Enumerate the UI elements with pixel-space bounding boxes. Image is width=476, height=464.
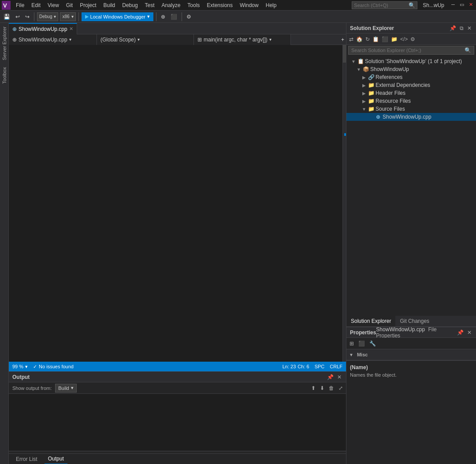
platform-dropdown[interactable]: x86 ▾ xyxy=(60,12,75,21)
breakpoints-button[interactable]: ⬛ xyxy=(169,13,179,21)
menu-view[interactable]: View xyxy=(44,1,63,9)
git-changes-bottom-tab[interactable]: Git Changes xyxy=(395,316,434,326)
platform-arrow: ▾ xyxy=(71,14,74,19)
solution-explorer-bottom-tab[interactable]: Solution Explorer xyxy=(346,316,395,326)
encoding-label[interactable]: SPC xyxy=(315,364,325,369)
showwindowup-cpp-node[interactable]: ⊕ ShowWindowUp.cpp xyxy=(346,113,476,121)
props-pin-btn[interactable]: 📌 xyxy=(456,329,465,336)
se-filter-btn[interactable]: ⬛ xyxy=(381,36,389,42)
settings-button[interactable]: ⚙ xyxy=(185,13,193,21)
menu-git[interactable]: Git xyxy=(63,1,76,9)
props-grid-btn[interactable]: ⊞ xyxy=(348,340,355,348)
menu-analyze[interactable]: Analyze xyxy=(158,1,184,9)
refs-icon: 🔗 xyxy=(368,74,375,80)
se-props-btn[interactable]: 📋 xyxy=(372,36,380,42)
cpp-file-label: ShowWindowUp.cpp xyxy=(383,114,431,120)
project-icon: 📦 xyxy=(362,66,369,72)
se-tree: ▼ 📋 Solution 'ShowWindowUp' (1 of 1 proj… xyxy=(346,56,476,316)
zoom-level[interactable]: 99 % ▾ xyxy=(12,364,28,370)
se-search-input[interactable] xyxy=(351,48,463,53)
props-wrench-btn[interactable]: 🔧 xyxy=(368,340,377,348)
props-close-btn[interactable]: ✕ xyxy=(466,329,472,336)
source-expand-icon[interactable]: ▼ xyxy=(361,107,367,112)
scope-nav-dropdown[interactable]: (Global Scope) ▾ xyxy=(97,34,194,45)
menu-help[interactable]: Help xyxy=(262,1,280,9)
output-source-dropdown[interactable]: Build ▾ xyxy=(55,384,76,393)
menu-edit[interactable]: Edit xyxy=(28,1,44,9)
resource-files-node[interactable]: ▶ 📁 Resource Files xyxy=(346,97,476,105)
se-close-btn[interactable]: ✕ xyxy=(466,25,472,31)
menu-debug[interactable]: Debug xyxy=(119,1,141,9)
search-box: 🔍 xyxy=(352,1,417,9)
status-bar: 99 % ▾ ✓ No issues found Ln: 23 Ch: 6 SP… xyxy=(9,362,346,371)
output-action1[interactable]: ⬆ xyxy=(310,384,317,392)
error-list-tab[interactable]: Error List xyxy=(12,454,41,464)
function-nav-dropdown[interactable]: ⊞ main(int argc, char * argv[]) ▾ xyxy=(194,34,291,45)
se-sync-btn[interactable]: ⇄ xyxy=(348,36,354,42)
project-node[interactable]: ▼ 📦 ShowWindowUp xyxy=(346,65,476,73)
search-input[interactable] xyxy=(354,3,407,8)
se-settings-btn[interactable]: ⚙ xyxy=(409,36,416,42)
output-bottom-tab[interactable]: Output xyxy=(45,454,67,464)
redo-button[interactable]: ↪ xyxy=(23,13,31,21)
ext-deps-expand-icon[interactable]: ▶ xyxy=(361,83,367,88)
output-action2[interactable]: ⬇ xyxy=(319,384,326,392)
misc-section-title: Misc xyxy=(355,351,369,358)
run-button[interactable]: ▶ Local Windows Debugger ▾ xyxy=(82,12,153,21)
project-expand-icon[interactable]: ▼ xyxy=(356,67,361,72)
line-ending-label[interactable]: CRLF xyxy=(330,364,342,369)
misc-expand-icon[interactable]: ▼ xyxy=(349,352,353,357)
scrollbar-thumb[interactable] xyxy=(343,45,346,63)
minimize-button[interactable]: ─ xyxy=(450,2,457,9)
source-files-node[interactable]: ▼ 📁 Source Files xyxy=(346,105,476,113)
se-toolbar: ⇄ 🏠 ↻ 📋 ⬛ 📁 </> ⚙ xyxy=(346,34,476,45)
output-close-btn[interactable]: ✕ xyxy=(336,374,342,380)
props-sort-btn[interactable]: ⬛ xyxy=(357,340,366,348)
attach-button[interactable]: ⊕ xyxy=(159,13,167,21)
header-expand-icon[interactable]: ▶ xyxy=(361,91,367,96)
refs-expand-icon[interactable]: ▶ xyxy=(361,75,367,80)
output-action3[interactable]: 🗑 xyxy=(327,384,335,392)
file-icon: ⊕ xyxy=(12,37,17,43)
restore-button[interactable]: ▭ xyxy=(458,2,465,9)
se-all-files-btn[interactable]: 📁 xyxy=(390,36,398,42)
se-float-btn[interactable]: ⧉ xyxy=(459,25,465,31)
tab-close-btn[interactable]: ✕ xyxy=(69,26,73,32)
se-pin-btn[interactable]: 📌 xyxy=(449,25,457,31)
save-all-button[interactable]: 💾 xyxy=(2,13,12,21)
project-label: ShowWindowUp xyxy=(370,66,409,72)
header-files-node[interactable]: ▶ 📁 Header Files xyxy=(346,89,476,97)
solution-expand-icon[interactable]: ▼ xyxy=(351,59,356,64)
menu-test[interactable]: Test xyxy=(141,1,158,9)
code-editor[interactable] xyxy=(9,45,342,362)
server-explorer-tab[interactable]: Server Explorer xyxy=(1,23,8,64)
menu-file[interactable]: File xyxy=(12,1,28,9)
menu-build[interactable]: Build xyxy=(100,1,119,9)
vertical-scrollbar[interactable] xyxy=(342,45,346,362)
file-nav-dropdown[interactable]: ⊕ ShowWindowUp.cpp ▾ xyxy=(9,34,97,45)
code-content[interactable] xyxy=(26,45,342,362)
nav-extra-btn[interactable]: + xyxy=(339,37,346,43)
editor-tab-showwindowup[interactable]: ⊕ ShowWindowUp.cpp ✕ xyxy=(9,23,77,34)
menu-window[interactable]: Window xyxy=(236,1,262,9)
se-code-btn[interactable]: </> xyxy=(399,36,409,42)
toolbox-tab[interactable]: Toolbox xyxy=(1,64,8,87)
ext-deps-icon: 📁 xyxy=(368,82,375,88)
debug-config-dropdown[interactable]: Debug ▾ xyxy=(37,12,58,21)
external-deps-node[interactable]: ▶ 📁 External Dependencies xyxy=(346,81,476,89)
solution-node[interactable]: ▼ 📋 Solution 'ShowWindowUp' (1 of 1 proj… xyxy=(346,57,476,65)
output-pin-btn[interactable]: 📌 xyxy=(326,374,335,380)
se-refresh-btn[interactable]: ↻ xyxy=(364,36,371,42)
se-home-btn[interactable]: 🏠 xyxy=(355,36,364,42)
menu-extensions[interactable]: Extensions xyxy=(203,1,236,9)
menu-project[interactable]: Project xyxy=(76,1,100,9)
resource-expand-icon[interactable]: ▶ xyxy=(361,99,367,104)
menu-tools[interactable]: Tools xyxy=(184,1,203,9)
close-button[interactable]: ✕ xyxy=(467,2,474,9)
output-horizontal-scrollbar[interactable] xyxy=(9,452,346,453)
undo-button[interactable]: ↩ xyxy=(14,13,22,21)
output-action4[interactable]: ⤢ xyxy=(337,384,344,392)
se-panel-controls: 📌 ⧉ ✕ xyxy=(449,25,472,31)
references-node[interactable]: ▶ 🔗 References xyxy=(346,73,476,81)
issues-indicator[interactable]: ✓ No issues found xyxy=(33,364,74,370)
